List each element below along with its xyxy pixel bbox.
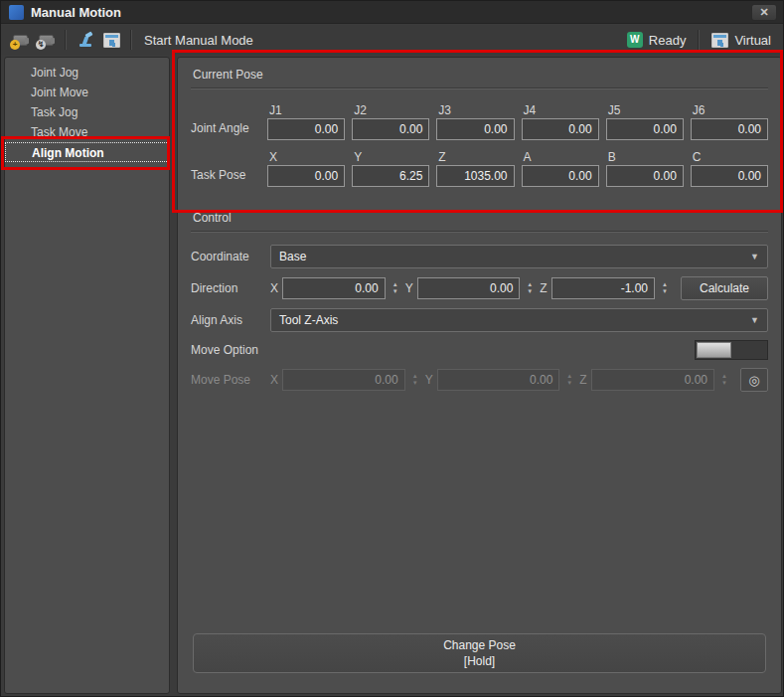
change-pose-button[interactable]: Change Pose [Hold] — [193, 633, 766, 673]
joint-angle-label: Joint Angle — [191, 121, 254, 140]
j5-field[interactable]: 0.00 — [606, 118, 684, 140]
move-pose-label: Move Pose — [191, 373, 270, 387]
chevron-down-icon: ▼ — [750, 315, 759, 325]
task-b-field[interactable]: 0.00 — [606, 165, 684, 187]
coordinate-select[interactable]: Base ▼ — [270, 245, 768, 268]
j3-label: J3 — [436, 103, 514, 118]
move-option-label: Move Option — [191, 343, 270, 357]
chevron-down-icon: ▼ — [750, 252, 759, 261]
status-separator — [698, 30, 700, 50]
change-pose-line1: Change Pose — [443, 637, 516, 653]
align-axis-value: Tool Z-Axis — [279, 313, 338, 327]
j4-label: J4 — [522, 103, 599, 118]
virtual-mode-label: Virtual — [734, 33, 771, 48]
target-pose-icon[interactable]: ◎ — [740, 368, 768, 392]
move-pose-y-spinner: ▲▼ — [563, 373, 575, 387]
sidebar-item-align-motion[interactable]: Align Motion — [5, 142, 169, 162]
move-pose-y-label: Y — [425, 373, 433, 387]
joint-angle-row: Joint Angle J10.00 J20.00 J30.00 J40.00 … — [191, 103, 768, 140]
start-manual-mode-label: Start Manual Mode — [144, 33, 253, 48]
coordinate-value: Base — [279, 250, 306, 263]
app-icon — [9, 5, 24, 20]
align-axis-label: Align Axis — [191, 313, 270, 327]
j6-label: J6 — [691, 103, 768, 118]
toggle-knob — [697, 342, 731, 358]
move-pose-z-label: Z — [579, 373, 586, 387]
move-pose-z-spinner: ▲▼ — [718, 373, 730, 387]
move-pose-x-spinner: ▲▼ — [409, 373, 421, 387]
move-pose-row: Move Pose X 0.00 ▲▼ Y 0.00 ▲▼ Z 0.00 ▲▼ … — [191, 368, 768, 392]
task-x-field[interactable]: 0.00 — [267, 165, 345, 187]
current-pose-title: Current Pose — [191, 64, 768, 87]
direction-row: Direction X 0.00 ▲▼ Y 0.00 ▲▼ Z -1.00 ▲▼ — [191, 276, 768, 300]
sidebar-item-joint-move[interactable]: Joint Move — [5, 83, 169, 102]
coordinate-label: Coordinate — [191, 250, 270, 263]
c-label: C — [691, 150, 768, 165]
direction-y-spinner[interactable]: ▲▼ — [524, 281, 536, 295]
j1-field[interactable]: 0.00 — [267, 118, 345, 140]
move-pose-x-field: 0.00 — [282, 369, 405, 391]
task-y-field[interactable]: 6.25 — [352, 165, 429, 187]
align-motion-panel: Current Pose Joint Angle J10.00 J20.00 J… — [177, 57, 782, 694]
direction-x-label: X — [270, 281, 278, 295]
toolbar-separator — [130, 30, 132, 50]
move-pose-z-field: 0.00 — [591, 369, 714, 391]
direction-z-label: Z — [540, 281, 547, 295]
j5-label: J5 — [606, 103, 684, 118]
task-c-field[interactable]: 0.00 — [691, 165, 768, 187]
close-icon[interactable]: ✕ — [751, 4, 777, 21]
virtual-mode-icon — [711, 33, 728, 48]
direction-z-field[interactable]: -1.00 — [551, 277, 655, 299]
direction-label: Direction — [191, 281, 270, 295]
align-axis-row: Align Axis Tool Z-Axis ▼ — [191, 308, 768, 332]
j4-field[interactable]: 0.00 — [522, 118, 599, 140]
direction-z-spinner[interactable]: ▲▼ — [659, 281, 671, 295]
ready-status-label: Ready — [649, 33, 687, 48]
align-axis-select[interactable]: Tool Z-Axis ▼ — [270, 308, 768, 332]
task-pose-label: Task Pose — [191, 168, 254, 187]
toolbar: + ↯ Start Manual Mode W Ready Virtual — [1, 25, 784, 55]
j2-label: J2 — [352, 103, 429, 118]
direction-y-label: Y — [405, 281, 413, 295]
move-to-pose-icon[interactable]: ↯ — [33, 28, 59, 52]
virtual-robot-icon[interactable] — [98, 28, 124, 52]
get-pose-icon[interactable]: + — [7, 28, 33, 52]
sidebar-item-task-move[interactable]: Task Move — [5, 122, 169, 142]
sidebar-item-joint-jog[interactable]: Joint Jog — [5, 63, 169, 83]
direction-y-field[interactable]: 0.00 — [417, 277, 521, 299]
move-option-row: Move Option — [191, 340, 768, 360]
j3-field[interactable]: 0.00 — [436, 118, 514, 140]
plus-badge-icon: + — [10, 40, 20, 50]
move-pose-y-field: 0.00 — [437, 369, 560, 391]
title-bar: Manual Motion ✕ — [1, 1, 784, 24]
window-title: Manual Motion — [31, 5, 121, 20]
move-pose-x-label: X — [270, 373, 278, 387]
jog-robot-icon[interactable] — [73, 28, 98, 52]
direction-x-spinner[interactable]: ▲▼ — [390, 281, 401, 295]
b-label: B — [606, 150, 684, 165]
task-z-field[interactable]: 1035.00 — [436, 165, 514, 187]
ready-status-icon: W — [627, 32, 643, 48]
calculate-button[interactable]: Calculate — [681, 276, 768, 300]
j2-field[interactable]: 0.00 — [352, 118, 429, 140]
x-label: X — [267, 150, 345, 165]
coordinate-row: Coordinate Base ▼ — [191, 245, 768, 268]
change-pose-line2: [Hold] — [464, 653, 495, 669]
j6-field[interactable]: 0.00 — [691, 118, 768, 140]
z-label: Z — [436, 150, 514, 165]
a-label: A — [522, 150, 599, 165]
direction-x-field[interactable]: 0.00 — [282, 277, 386, 299]
control-title: Control — [191, 207, 768, 231]
motion-mode-sidebar: Joint Jog Joint Move Task Jog Task Move … — [4, 57, 170, 694]
y-label: Y — [352, 150, 429, 165]
task-pose-row: Task Pose X0.00 Y6.25 Z1035.00 A0.00 B0.… — [191, 150, 768, 187]
status-area: W Ready Virtual — [627, 30, 779, 50]
manual-motion-window: Manual Motion ✕ + ↯ Start Manual Mode W … — [0, 0, 784, 697]
toolbar-separator — [65, 30, 67, 50]
task-a-field[interactable]: 0.00 — [522, 165, 599, 187]
section-separator — [191, 231, 768, 233]
sidebar-item-task-jog[interactable]: Task Jog — [5, 102, 169, 122]
panel-spacer — [191, 392, 768, 633]
lightning-badge-icon: ↯ — [36, 40, 46, 50]
move-option-toggle[interactable] — [695, 340, 768, 360]
